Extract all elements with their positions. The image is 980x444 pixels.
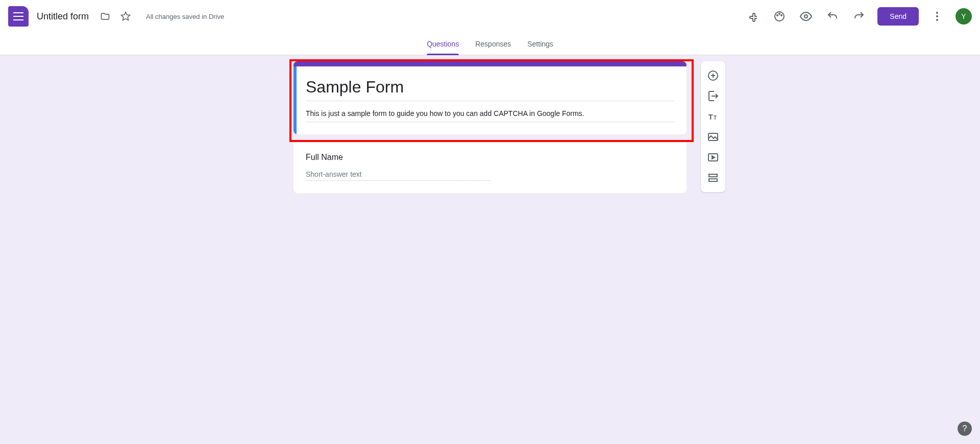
save-status: All changes saved in Drive (146, 13, 224, 20)
add-question-icon[interactable] (701, 65, 725, 86)
svg-point-6 (936, 12, 938, 14)
app-header: Untitled form All changes saved in Drive… (0, 0, 980, 33)
question-card[interactable]: Full Name Short-answer text (293, 141, 687, 193)
preview-eye-icon[interactable] (794, 4, 818, 29)
svg-marker-17 (712, 156, 715, 159)
redo-icon[interactable] (847, 4, 871, 29)
svg-point-8 (936, 19, 938, 21)
tab-settings[interactable]: Settings (519, 33, 561, 55)
tab-questions[interactable]: Questions (419, 33, 467, 55)
short-answer-placeholder: Short-answer text (306, 170, 490, 181)
star-icon[interactable] (115, 6, 136, 27)
svg-text:T: T (714, 115, 717, 121)
form-canvas: Sample Form This is just a sample form t… (0, 55, 980, 444)
addons-icon[interactable] (741, 4, 765, 29)
form-description-input[interactable]: This is just a sample form to guide you … (306, 105, 674, 122)
question-title[interactable]: Full Name (306, 153, 674, 162)
help-icon[interactable]: ? (958, 422, 972, 436)
more-menu-icon[interactable] (925, 4, 949, 29)
tab-responses[interactable]: Responses (467, 33, 519, 55)
floating-toolbar: TT (701, 61, 725, 192)
add-title-icon[interactable]: TT (701, 106, 725, 127)
user-avatar[interactable]: Y (955, 8, 972, 25)
form-title-input[interactable]: Sample Form (306, 78, 674, 101)
svg-point-5 (804, 15, 807, 18)
svg-point-3 (779, 13, 780, 14)
theme-palette-icon[interactable] (767, 4, 792, 29)
forms-logo-icon[interactable] (8, 6, 29, 27)
add-video-icon[interactable] (701, 147, 725, 168)
undo-icon[interactable] (820, 4, 845, 29)
form-title-card[interactable]: Sample Form This is just a sample form t… (293, 61, 687, 134)
svg-rect-18 (709, 174, 717, 177)
svg-point-2 (777, 15, 778, 16)
add-section-icon[interactable] (701, 168, 725, 188)
svg-text:T: T (708, 113, 713, 121)
form-name-input[interactable]: Untitled form (37, 11, 89, 22)
svg-point-4 (781, 15, 782, 16)
svg-rect-19 (709, 179, 717, 181)
send-button[interactable]: Send (877, 7, 919, 26)
move-folder-icon[interactable] (95, 6, 115, 27)
add-image-icon[interactable] (701, 127, 725, 147)
svg-point-7 (936, 15, 938, 17)
svg-marker-0 (121, 12, 130, 20)
main-tabs: Questions Responses Settings (0, 33, 980, 55)
import-questions-icon[interactable] (701, 86, 725, 106)
